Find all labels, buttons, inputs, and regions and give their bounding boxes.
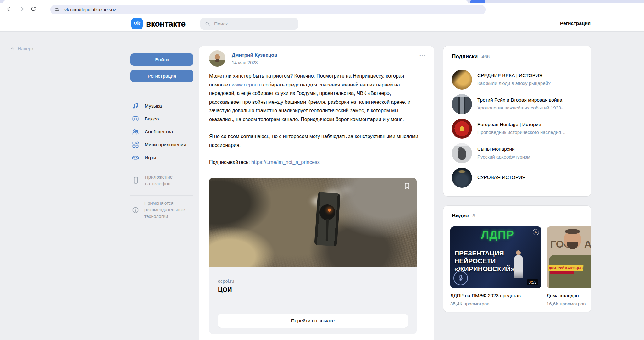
forward-button[interactable] <box>16 4 26 14</box>
back-button[interactable] <box>4 4 14 14</box>
subscription-item[interactable]: Третий Рейх и Вторая мировая война Хроно… <box>443 92 591 116</box>
browser-tab-accent <box>470 0 485 3</box>
post-text-segment: собирать средства для спасения жизней на… <box>209 82 411 122</box>
site-settings-icon[interactable] <box>55 7 60 12</box>
post-text: Может ли хипстер быть патриотом? Конечно… <box>209 72 422 175</box>
chevron-up-icon <box>9 46 15 51</box>
person-hair-graphic <box>565 229 580 234</box>
back-to-top-link[interactable]: Наверх <box>9 46 34 51</box>
post-author-avatar[interactable] <box>209 50 225 67</box>
video-duration-badge: 0:53 <box>527 279 538 285</box>
sidebar-item-label: Мини-приложения <box>145 142 186 148</box>
sidebar-item-miniapps[interactable]: Мини-приложения <box>130 138 200 151</box>
link-title: ЦОИ <box>218 286 232 293</box>
register-button[interactable]: Регистрация <box>130 70 193 82</box>
link-snippet-card[interactable]: ocpoi.ru ЦОИ Перейти по ссылке <box>209 267 417 334</box>
videos-title: Видео <box>452 213 469 219</box>
mobile-app-label-line2: на телефон <box>145 180 173 187</box>
subscription-avatar <box>452 70 472 90</box>
browser-toolbar: vk.com/deputatkuznetsov <box>0 3 644 16</box>
subscription-status: Как жили люди в эпоху рыцарей? <box>477 81 551 86</box>
post-menu-button[interactable]: ••• <box>419 53 426 58</box>
info-icon <box>132 206 139 214</box>
communities-icon <box>132 128 139 136</box>
video-title[interactable]: ЛДПР на ПМЭФ 2023 представ… <box>450 293 541 298</box>
fire-ember-graphic <box>328 209 331 212</box>
miniapps-icon <box>132 141 139 148</box>
video-views: 35,4К просмотров <box>450 301 489 306</box>
sidebar-item-label: Игры <box>145 155 156 160</box>
name-banner: ДМИТРИЙ КУЗНЕЦОВ <box>548 265 584 271</box>
sidebar-divider <box>130 92 193 92</box>
search-icon <box>205 21 210 27</box>
overlay-line: ПРЕЗЕНТАЦИЯ <box>454 249 514 257</box>
mobile-app-label-line1: Приложение <box>145 174 173 180</box>
video-views: 16,6К просмотров <box>547 301 586 306</box>
subscription-item[interactable]: СРЕДНИЕ ВЕКА | ИСТОРИЯ Как жили люди в э… <box>443 67 591 92</box>
subscription-avatar <box>452 119 472 139</box>
reload-button[interactable] <box>28 4 38 14</box>
subscriptions-title: Подписки <box>452 53 478 60</box>
tank-turret-graphic <box>319 204 335 220</box>
post-attachment: ocpoi.ru ЦОИ Перейти по ссылке <box>209 178 417 334</box>
link-domain: ocpoi.ru <box>218 279 234 284</box>
sidebar-divider <box>130 195 193 196</box>
thumbnail-badge-icon: б <box>533 229 539 235</box>
post-card: Дмитрий Кузнецов 14 мая 2023 ••• Может л… <box>199 46 434 340</box>
speaker-figure-graphic <box>514 255 523 278</box>
subscription-item[interactable]: Сыны Монархии Русский археофутуризм <box>443 141 591 165</box>
sidebar-item-communities[interactable]: Сообщества <box>130 125 200 138</box>
open-link-button[interactable]: Перейти по ссылке <box>218 314 408 328</box>
thumbnail-overlay-text: ПРЕЗЕНТАЦИЯ НЕЙРОСЕТИ «ЖИРИНОВСКИЙ» <box>454 249 514 273</box>
sidebar-divider <box>130 169 193 169</box>
microphone-icon <box>453 271 468 285</box>
url-bar[interactable]: vk.com/deputatkuznetsov <box>50 5 486 14</box>
search-input[interactable] <box>214 21 293 27</box>
post-author-link[interactable]: Дмитрий Кузнецов <box>232 52 277 58</box>
subscription-status: Проповедник исторического наследия… <box>477 130 566 135</box>
video-thumbnail[interactable]: ГОС АР ДМИТРИЙ КУЗНЕЦОВ <box>547 226 591 288</box>
video-title[interactable]: Дома холодно <box>547 293 591 298</box>
subscription-name: Сыны Монархии <box>477 146 515 152</box>
post-text-segment: Подписывайтесь: <box>209 159 251 165</box>
videos-card: Видео 3 ЛДПР ПРЕЗЕНТАЦИЯ НЕЙРОСЕТИ «ЖИРИ… <box>443 206 591 312</box>
sidebar-item-video[interactable]: Видео <box>130 112 200 125</box>
bookmark-icon[interactable] <box>403 181 411 190</box>
post-image[interactable] <box>209 178 417 267</box>
video-icon <box>132 115 139 123</box>
thumbnail-background-text: АР <box>584 238 591 250</box>
videos-header: Видео 3 <box>452 213 475 219</box>
sidebar-item-games[interactable]: Игры <box>130 151 200 164</box>
subscription-name: European Heritage | История <box>477 122 541 127</box>
overlay-line: НЕЙРОСЕТИ <box>454 257 514 265</box>
search-box[interactable] <box>200 18 298 30</box>
subscription-avatar <box>452 168 472 188</box>
url-text: vk.com/deputatkuznetsov <box>64 7 116 12</box>
recommendation-tech-note[interactable]: Применяются рекомендательные технологии <box>130 200 195 220</box>
login-button[interactable]: Войти <box>130 53 193 66</box>
music-icon <box>132 102 139 110</box>
post-paragraph: Подписывайтесь: https://t.me/im_not_a_pr… <box>209 158 422 167</box>
subscriptions-card: Подписки 466 СРЕДНИЕ ВЕКА | ИСТОРИЯ Как … <box>443 46 591 196</box>
browser-active-tab[interactable] <box>3 0 468 3</box>
subscriptions-header: Подписки 466 <box>452 53 490 60</box>
post-inline-link[interactable]: www.ocpoi.ru <box>232 82 262 87</box>
gamepad-icon <box>132 154 139 161</box>
header-register-link[interactable]: Регистрация <box>543 20 591 26</box>
back-arrow-icon <box>6 6 13 13</box>
video-thumbnail[interactable]: ЛДПР ПРЕЗЕНТАЦИЯ НЕЙРОСЕТИ «ЖИРИНОВСКИЙ»… <box>450 226 541 288</box>
vk-logo-glyph: vk <box>134 20 140 27</box>
subscription-item[interactable]: European Heritage | История Проповедник … <box>443 116 591 141</box>
videos-count: 3 <box>472 213 475 219</box>
phone-icon <box>132 176 140 184</box>
banner-strip-graphic <box>550 271 574 274</box>
back-to-top-label: Наверх <box>18 46 34 51</box>
post-telegram-link[interactable]: https://t.me/im_not_a_princess <box>251 159 320 165</box>
sidebar-item-mobile-app[interactable]: Приложение на телефон <box>130 174 173 187</box>
subscription-item[interactable]: СУРОВАЯ ИСТОРИЯ <box>443 165 591 190</box>
thumbnail-brand-text: ЛДПР <box>481 228 514 242</box>
sidebar-item-music[interactable]: Музыка <box>130 99 200 112</box>
vk-logo[interactable]: vk <box>131 18 143 29</box>
brand-wordmark[interactable]: вконтакте <box>146 19 185 29</box>
forward-arrow-icon <box>18 6 25 13</box>
